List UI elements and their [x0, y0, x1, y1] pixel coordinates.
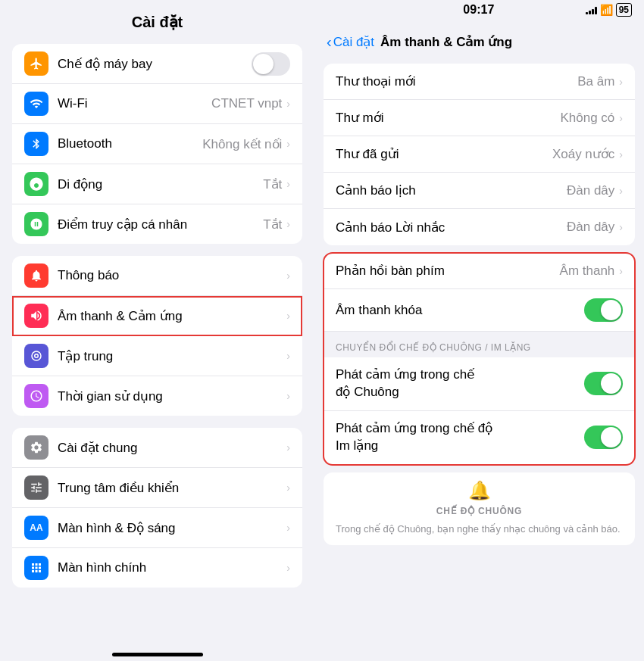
status-time: 09:17: [463, 3, 494, 17]
homescreen-icon-wrap: [24, 556, 48, 580]
cellular-label: Di động: [58, 176, 263, 192]
battery-icon: 95: [616, 3, 632, 17]
display-row[interactable]: AA Màn hình & Độ sáng ›: [12, 508, 302, 548]
bluetooth-value: Không kết nối: [202, 136, 282, 152]
sounds-chevron: ›: [286, 310, 290, 322]
focus-chevron: ›: [286, 350, 290, 362]
focus-row[interactable]: Tập trung ›: [12, 336, 302, 376]
display-icon-text: AA: [30, 522, 42, 533]
sounds-icon-wrap: [24, 304, 48, 328]
focus-icon-wrap: [24, 344, 48, 368]
homescreen-label: Màn hình chính: [58, 560, 286, 575]
connectivity-group: Chế độ máy bay Wi-Fi CTNET vnpt › Blueto…: [12, 44, 302, 244]
right-panel: 09:17 📶 95 ‹ Cài đặt Âm thanh & Cảm ứng …: [314, 0, 644, 661]
new-mail-row[interactable]: Thư mới Không có ›: [324, 100, 635, 136]
bluetooth-icon-wrap: [24, 132, 48, 156]
ring-silent-section-label: CHUYỂN ĐỔI CHẾ ĐỘ CHUÔNG / IM LẶNG: [324, 336, 635, 356]
back-label: Cài đặt: [333, 34, 374, 50]
wifi-row[interactable]: Wi-Fi CTNET vnpt ›: [12, 84, 302, 124]
general-icon-wrap: [24, 435, 48, 460]
right-header: ‹ Cài đặt Âm thanh & Cảm ứng: [314, 20, 644, 58]
airplane-icon-wrap: [24, 51, 48, 76]
notifications-group: Thông báo › Âm thanh & Cảm ứng › Tập tru…: [12, 256, 302, 416]
bell-icon-row: 🔔: [324, 472, 635, 504]
ring-mode-group: 🔔 CHẾ ĐỘ CHUÔNG Trong chế độ Chuông, bạn…: [324, 472, 635, 545]
cellular-row[interactable]: Di động Tắt ›: [12, 164, 302, 204]
homescreen-chevron: ›: [286, 562, 290, 574]
controlcenter-label: Trung tâm điều khiển: [58, 480, 286, 496]
notifications-label: Thông báo: [58, 268, 286, 283]
reminder-alert-row[interactable]: Cảnh báo Lời nhắc Đàn dây ›: [324, 209, 635, 245]
right-page-title: Âm thanh & Cảm ứng: [380, 34, 512, 50]
keyboard-feedback-chevron: ›: [619, 265, 623, 277]
sent-mail-chevron: ›: [619, 148, 623, 161]
silent-haptic-toggle[interactable]: [584, 426, 623, 449]
sent-mail-value: Xoáy nước: [552, 146, 614, 162]
general-group: Cài đặt chung › Trung tâm điều khiển › A…: [12, 428, 302, 588]
bluetooth-row[interactable]: Bluetooth Không kết nối ›: [12, 124, 302, 164]
new-voicemail-label: Thư thoại mới: [336, 73, 577, 89]
section-divider: CHUYỂN ĐỔI CHẾ ĐỘ CHUÔNG / IM LẶNG: [324, 332, 635, 357]
ring-mode-description: Trong chế độ Chuông, bạn nghe thấy nhạc …: [324, 519, 635, 545]
back-chevron-icon: ‹: [327, 33, 332, 51]
sounds-row[interactable]: Âm thanh & Cảm ứng ›: [12, 296, 302, 336]
wifi-label: Wi-Fi: [58, 96, 211, 111]
home-bar: [112, 653, 203, 656]
status-bar: 09:17 📶 95: [314, 0, 644, 20]
new-voicemail-value: Ba âm: [577, 74, 614, 89]
new-voicemail-chevron: ›: [619, 76, 623, 88]
display-chevron: ›: [286, 522, 290, 534]
airplane-row[interactable]: Chế độ máy bay: [12, 44, 302, 84]
bar4: [595, 7, 597, 14]
general-label: Cài đặt chung: [58, 440, 286, 456]
airplane-toggle[interactable]: [252, 52, 290, 76]
back-button[interactable]: ‹ Cài đặt: [327, 33, 374, 51]
sounds-label: Âm thanh & Cảm ứng: [58, 308, 286, 324]
general-chevron: ›: [286, 441, 290, 454]
wifi-value: CTNET vnpt: [211, 96, 282, 111]
new-voicemail-row[interactable]: Thư thoại mới Ba âm ›: [324, 64, 635, 100]
notifications-row[interactable]: Thông báo ›: [12, 256, 302, 296]
controlcenter-row[interactable]: Trung tâm điều khiển ›: [12, 468, 302, 508]
hotspot-chevron: ›: [286, 218, 290, 230]
silent-haptic-row[interactable]: Phát cảm ứng trong chế độIm lặng: [324, 411, 635, 465]
new-mail-label: Thư mới: [336, 110, 560, 126]
lock-sound-row[interactable]: Âm thanh khóa: [324, 289, 635, 332]
lock-sound-toggle[interactable]: [584, 298, 623, 322]
calendar-alert-chevron: ›: [619, 185, 623, 197]
ring-haptic-toggle[interactable]: [584, 372, 623, 395]
bar2: [589, 11, 591, 14]
hotspot-row[interactable]: Điểm truy cập cá nhân Tắt ›: [12, 204, 302, 244]
calendar-alert-row[interactable]: Cảnh báo lịch Đàn dây ›: [324, 173, 635, 209]
general-row[interactable]: Cài đặt chung ›: [12, 428, 302, 468]
left-title: Cài đặt: [132, 13, 183, 31]
hotspot-label: Điểm truy cập cá nhân: [58, 217, 263, 232]
keyboard-feedback-label: Phản hồi bàn phím: [336, 263, 560, 279]
new-mail-value: Không có: [560, 111, 614, 126]
notifications-icon-wrap: [24, 263, 48, 288]
status-icons: 📶 95: [586, 3, 632, 17]
sounds-list-group: Thư thoại mới Ba âm › Thư mới Không có ›…: [324, 64, 635, 245]
sent-mail-row[interactable]: Thư đã gửi Xoáy nước ›: [324, 136, 635, 173]
ring-haptic-label: Phát cảm ứng trong chếđộ Chuông: [336, 366, 584, 401]
cellular-icon-wrap: [24, 172, 48, 196]
bluetooth-chevron: ›: [286, 138, 290, 150]
left-header: Cài đặt: [0, 0, 314, 38]
reminder-alert-chevron: ›: [619, 221, 623, 233]
controlcenter-chevron: ›: [286, 482, 290, 494]
ring-mode-title: CHẾ ĐỘ CHUÔNG: [324, 504, 635, 519]
display-icon-wrap: AA: [24, 516, 48, 540]
ring-haptic-row[interactable]: Phát cảm ứng trong chếđộ Chuông: [324, 357, 635, 411]
homescreen-row[interactable]: Màn hình chính ›: [12, 548, 302, 588]
cellular-chevron: ›: [286, 178, 290, 190]
sent-mail-label: Thư đã gửi: [336, 146, 552, 162]
screentime-icon-wrap: [24, 384, 48, 408]
screentime-chevron: ›: [286, 390, 290, 402]
screentime-row[interactable]: Thời gian sử dụng ›: [12, 376, 302, 416]
display-label: Màn hình & Độ sáng: [58, 520, 286, 536]
keyboard-feedback-row[interactable]: Phản hồi bàn phím Âm thanh ›: [324, 253, 635, 289]
hotspot-value: Tắt: [263, 217, 282, 232]
keyboard-feedback-value: Âm thanh: [560, 263, 615, 279]
silent-haptic-label: Phát cảm ứng trong chế độIm lặng: [336, 420, 584, 455]
wifi-chevron: ›: [286, 98, 290, 110]
